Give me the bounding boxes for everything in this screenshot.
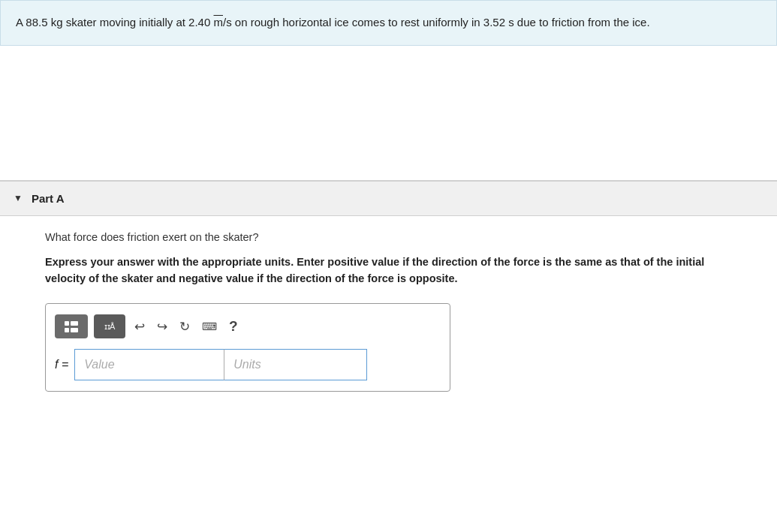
matrix-button[interactable] bbox=[55, 314, 88, 338]
input-row: f = bbox=[55, 349, 441, 380]
help-button[interactable]: ? bbox=[226, 317, 241, 336]
part-a-label: Part A bbox=[32, 192, 65, 205]
toolbar: ɪɪÅ ↩ ↪ ↻ ⌨ ? bbox=[55, 311, 441, 341]
value-input[interactable] bbox=[74, 349, 224, 380]
text-format-button[interactable]: ɪɪÅ bbox=[94, 314, 125, 338]
part-a-header[interactable]: ▼ Part A bbox=[0, 181, 777, 216]
spacer-area bbox=[0, 46, 777, 181]
redo-button[interactable]: ↪ bbox=[154, 317, 170, 336]
units-input[interactable] bbox=[224, 349, 367, 380]
reset-button[interactable]: ↻ bbox=[176, 317, 193, 336]
chevron-down-icon: ▼ bbox=[14, 193, 23, 203]
instructions-text: Express your answer with the appropriate… bbox=[45, 254, 732, 287]
question-text: What force does friction exert on the sk… bbox=[45, 231, 732, 243]
problem-statement: A 88.5 kg skater moving initially at 2.4… bbox=[0, 0, 777, 46]
answer-box: ɪɪÅ ↩ ↪ ↻ ⌨ ? f = bbox=[45, 303, 450, 392]
problem-text: A 88.5 kg skater moving initially at 2.4… bbox=[16, 16, 650, 29]
undo-button[interactable]: ↩ bbox=[131, 317, 148, 336]
text-format-label: ɪɪÅ bbox=[104, 322, 115, 332]
variable-label: f = bbox=[55, 358, 68, 371]
keyboard-button[interactable]: ⌨ bbox=[199, 319, 220, 334]
part-a-content: What force does friction exert on the sk… bbox=[0, 216, 777, 415]
